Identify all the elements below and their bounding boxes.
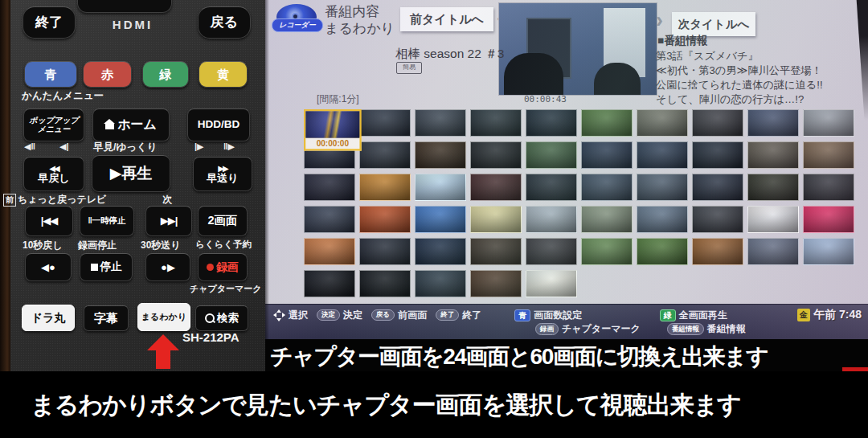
chapter-thumbnail[interactable] [747, 238, 799, 265]
chapter-thumbnail[interactable] [692, 174, 743, 201]
chapter-thumbnail[interactable]: 00:00:00 [304, 109, 362, 140]
chapter-thumbnail[interactable] [415, 141, 466, 169]
chapter-thumbnail[interactable] [359, 238, 411, 265]
two-screen-button[interactable]: 2画面 [198, 206, 248, 236]
chapter-thumbnail[interactable] [803, 238, 854, 265]
remote-top-cut-button[interactable] [77, 0, 172, 13]
chapter-thumbnail[interactable] [581, 238, 633, 265]
marker-back-button[interactable]: ◀● [25, 253, 72, 281]
chapter-thumbnail[interactable] [415, 270, 466, 297]
hdmi-label: HDMI [95, 18, 170, 31]
chapter-thumbnail[interactable] [526, 270, 577, 297]
chapter-thumbnail[interactable] [526, 238, 577, 265]
record-label: 録画 [216, 261, 239, 273]
chapter-thumbnail[interactable] [304, 270, 355, 297]
help-item-終了: 終了終了 [436, 309, 481, 322]
kantan-menu-label: かんたんメニュー [22, 89, 104, 103]
chapter-thumbnail[interactable] [747, 206, 799, 233]
chapter-thumbnail[interactable] [304, 238, 355, 265]
chapter-thumbnail[interactable] [470, 270, 522, 297]
skip-label-10s: 10秒戻し [23, 239, 63, 252]
tsugi-label: 次 [162, 193, 172, 207]
chapter-thumbnail[interactable] [637, 238, 688, 265]
chapter-thumbnail[interactable] [581, 141, 633, 169]
chapter-thumbnail[interactable] [581, 109, 633, 137]
chapter-thumbnail[interactable] [415, 174, 466, 201]
fast-forward-button[interactable]: ▶▶ 早送り [193, 157, 252, 191]
chapter-thumbnail[interactable] [415, 206, 466, 233]
chapter-thumbnail[interactable] [526, 174, 577, 201]
rewind-button[interactable]: ◀◀ 早戻し [23, 157, 84, 191]
video-preview [498, 2, 657, 96]
subtitle-button[interactable]: 字幕 [84, 305, 129, 331]
play-button[interactable]: ▶再生 [92, 155, 170, 192]
popup-menu-button[interactable]: ポップアップ メニュー [23, 108, 84, 141]
back-button[interactable]: 戻る [198, 6, 251, 39]
maruwakari-button[interactable]: まるわかり [137, 303, 190, 331]
chotto-modoshi-label: 前ちょっと戻っテレビ [3, 193, 106, 207]
prev-title-button[interactable]: 前タイトルへ [400, 7, 493, 31]
chapter-thumbnail[interactable] [803, 109, 854, 137]
caption-bottom-text: まるわかりボタンで見たいチャプター画面を選択して視聴出来ます [31, 389, 741, 422]
stop-button[interactable]: 停止 [80, 253, 133, 281]
tv-screen: レコーダー 番組内容 まるわかり 前タイトルへ ‹ › 次タイトルへ 相棒 se… [265, 0, 868, 339]
day-badge: 金 [797, 309, 810, 321]
dora-maru-button[interactable]: ドラ丸 [22, 305, 75, 331]
chapter-thumbnail[interactable] [803, 141, 854, 169]
pause-button[interactable]: ‖一時停止 [80, 206, 134, 236]
yellow-button[interactable]: 黄 [199, 61, 248, 88]
skip-label-30s: 30秒送り [141, 239, 181, 252]
chapter-thumbnail[interactable] [747, 141, 799, 169]
chapter-thumbnail[interactable] [304, 174, 355, 201]
chapter-thumbnail[interactable] [359, 109, 411, 137]
chapter-thumbnail[interactable] [470, 141, 522, 169]
chapter-thumbnail[interactable] [415, 109, 466, 137]
chapter-thumbnail[interactable] [581, 174, 633, 201]
next-title-button[interactable]: 次タイトルへ [672, 12, 755, 36]
chapter-thumbnail[interactable] [692, 206, 743, 233]
chapter-thumbnail[interactable] [359, 270, 411, 297]
chapter-thumbnail[interactable] [692, 141, 743, 169]
chapter-thumbnail[interactable] [803, 206, 854, 233]
skip-back-button[interactable]: |◀◀ [25, 206, 73, 236]
chapter-thumbnail[interactable] [692, 109, 743, 137]
green-button[interactable]: 緑 [142, 61, 189, 88]
skip-forward-button[interactable]: ▶▶| [145, 206, 192, 236]
chapter-thumbnail[interactable] [359, 141, 411, 169]
chapter-thumbnail[interactable] [470, 174, 522, 201]
chapter-thumbnail[interactable] [470, 206, 522, 233]
key-badge-録画: 録画 [535, 323, 559, 334]
slow-forward-icon: ‖▶ [223, 141, 235, 152]
chapter-thumbnail[interactable] [304, 206, 355, 233]
mae-box-label: 前 [3, 194, 16, 207]
chapter-thumbnail[interactable] [581, 206, 633, 233]
hdd-bd-button[interactable]: HDD/BD [187, 108, 250, 141]
chapter-thumbnail[interactable] [526, 141, 577, 169]
chapter-thumbnail[interactable] [415, 238, 466, 265]
chapter-thumbnail[interactable] [747, 174, 799, 201]
chapter-thumbnail[interactable] [637, 174, 688, 201]
chapter-thumbnail[interactable] [747, 109, 799, 137]
chapter-interval-label: [間隔:1分] [317, 92, 359, 106]
chapter-thumbnail[interactable] [470, 109, 522, 137]
search-button[interactable]: 検索 [195, 305, 248, 331]
red-button[interactable]: 赤 [83, 61, 132, 88]
blue-button[interactable]: 青 [24, 61, 77, 88]
chapter-thumbnail[interactable] [803, 174, 854, 201]
chapter-thumbnail[interactable] [637, 206, 688, 233]
help-label: 画面数設定 [534, 309, 582, 322]
chapter-thumbnail[interactable] [470, 238, 522, 265]
chapter-thumbnail[interactable] [637, 141, 688, 169]
record-button[interactable]: 録画 [198, 253, 248, 281]
chapter-thumbnail[interactable] [526, 109, 577, 137]
chapter-thumbnail[interactable] [692, 238, 743, 265]
fast-forward-icon: ▶▶ [218, 165, 227, 172]
home-button[interactable]: ホーム [92, 108, 170, 141]
chapter-thumbnail[interactable] [359, 206, 411, 233]
marker-forward-button[interactable]: ●▶ [145, 253, 190, 281]
chapter-thumbnail[interactable] [359, 174, 411, 201]
chapter-thumbnail[interactable] [526, 206, 577, 233]
exit-button[interactable]: 終了 [23, 6, 76, 39]
key-badge-決定: 決定 [317, 309, 340, 321]
chapter-thumbnail[interactable] [637, 109, 688, 137]
